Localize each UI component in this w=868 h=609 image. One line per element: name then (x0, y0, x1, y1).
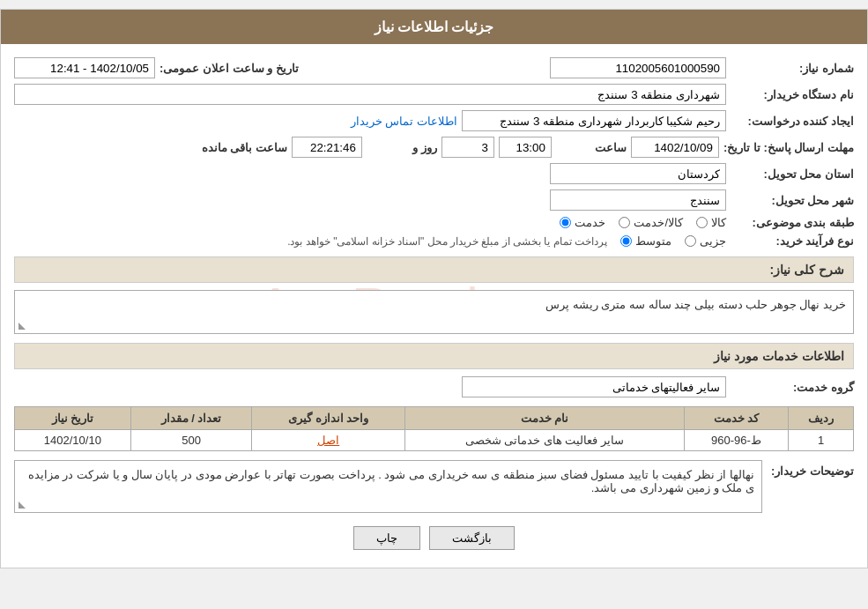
radio-service-input[interactable] (560, 217, 571, 228)
table-header-row: ردیف کد خدمت نام خدمت واحد اندازه گیری ت… (15, 407, 854, 430)
services-table: ردیف کد خدمت نام خدمت واحد اندازه گیری ت… (14, 406, 854, 451)
content-area: AnaRender.net شماره نیاز: تاریخ و ساعت ا… (1, 44, 867, 568)
deadline-days-input[interactable] (441, 137, 494, 158)
row-creator: ایجاد کننده درخواست: اطلاعات تماس خریدار (14, 110, 854, 131)
cell-quantity-0: 500 (130, 430, 252, 451)
row-category: طبقه بندی موضوعی: کالا کالا/خدمت خدمت (14, 216, 854, 229)
radio-goods-label: کالا (711, 216, 726, 229)
need-description-box[interactable]: خرید نهال جوهر حلب دسته بیلی چند ساله سه… (14, 290, 854, 334)
need-description-header: شرح کلی نیاز: (14, 256, 854, 283)
province-input[interactable] (550, 163, 726, 184)
creator-input[interactable] (462, 110, 726, 131)
deadline-days-label: روز و (367, 141, 437, 154)
buyer-org-input[interactable] (14, 84, 726, 105)
announcement-date-label: تاریخ و ساعت اعلان عمومی: (160, 62, 299, 75)
buyer-org-label: نام دستگاه خریدار: (731, 88, 854, 101)
deadline-remaining-input[interactable] (292, 137, 362, 158)
cell-name-0: سایر فعالیت های خدماتی شخصی (405, 430, 685, 451)
row-need-number: شماره نیاز: تاریخ و ساعت اعلان عمومی: (14, 57, 854, 78)
buyer-notes-text: نهالها از نظر کیفیت با تایید مسئول فضای … (28, 468, 754, 494)
radio-service[interactable]: خدمت (560, 216, 605, 229)
deadline-label: مهلت ارسال پاسخ: تا تاریخ: (723, 141, 854, 154)
radio-partial-input[interactable] (685, 235, 696, 247)
col-name-header: نام خدمت (405, 407, 685, 430)
radio-medium-input[interactable] (620, 235, 632, 247)
buyer-notes-label: توضیحات خریدار: (771, 460, 854, 478)
cell-row-0: 1 (789, 430, 854, 451)
contact-link[interactable]: اطلاعات تماس خریدار (351, 115, 457, 128)
row-province: استان محل تحویل: (14, 163, 854, 184)
services-table-section: ردیف کد خدمت نام خدمت واحد اندازه گیری ت… (14, 406, 854, 451)
page-header: جزئیات اطلاعات نیاز (1, 10, 867, 44)
deadline-time-input[interactable] (499, 137, 552, 158)
col-quantity-header: تعداد / مقدار (130, 407, 252, 430)
radio-goods[interactable]: کالا (696, 216, 726, 229)
cell-code-0: ط-96-960 (684, 430, 788, 451)
row-need-description: خرید نهال جوهر حلب دسته بیلی چند ساله سه… (14, 290, 854, 334)
purchase-type-label: نوع فرآیند خرید: (731, 234, 854, 248)
row-deadline: مهلت ارسال پاسخ: تا تاریخ: ساعت روز و سا… (14, 137, 854, 158)
print-button[interactable]: چاپ (353, 526, 420, 550)
need-description-text: خرید نهال جوهر حلب دسته بیلی چند ساله سه… (545, 298, 846, 311)
col-date-header: تاریخ نیاز (15, 407, 131, 430)
radio-goods-input[interactable] (696, 217, 708, 228)
purchase-type-radio-group: جزیی متوسط (620, 234, 726, 248)
row-buyer-org: نام دستگاه خریدار: (14, 84, 854, 105)
col-row-header: ردیف (789, 407, 854, 430)
radio-medium[interactable]: متوسط (620, 234, 671, 248)
row-service-group: گروه خدمت: (14, 376, 854, 397)
category-radio-group: کالا کالا/خدمت خدمت (560, 216, 726, 229)
cell-date-0: 1402/10/10 (15, 430, 131, 451)
col-code-header: کد خدمت (684, 407, 788, 430)
creator-label: ایجاد کننده درخواست: (731, 115, 854, 128)
need-description-label: شرح کلی نیاز: (770, 263, 844, 277)
need-number-label: شماره نیاز: (731, 62, 854, 75)
col-unit-header: واحد اندازه گیری (252, 407, 405, 430)
buttons-row: بازگشت چاپ (14, 526, 854, 550)
row-city: شهر محل تحویل: (14, 189, 854, 211)
need-number-input[interactable] (550, 57, 726, 78)
services-section-header: اطلاعات خدمات مورد نیاز (14, 343, 854, 369)
province-label: استان محل تحویل: (731, 167, 854, 181)
table-row: 1 ط-96-960 سایر فعالیت های خدماتی شخصی ا… (15, 430, 854, 451)
city-input[interactable] (550, 189, 726, 211)
category-label: طبقه بندی موضوعی: (731, 216, 854, 229)
row-purchase-type: نوع فرآیند خرید: جزیی متوسط پرداخت تمام … (14, 234, 854, 248)
page-title: جزئیات اطلاعات نیاز (375, 19, 494, 34)
radio-medium-label: متوسط (635, 234, 671, 248)
buyer-notes-section: توضیحات خریدار: نهالها از نظر کیفیت با ت… (14, 460, 854, 513)
deadline-date-input[interactable] (631, 137, 719, 158)
cell-unit-0: اصل (252, 430, 405, 451)
deadline-time-label: ساعت (556, 141, 627, 154)
radio-goods-services-input[interactable] (619, 217, 630, 228)
service-group-input[interactable] (462, 376, 726, 397)
announcement-date-input[interactable] (14, 57, 155, 78)
purchase-note: پرداخت تمام یا بخشی از مبلغ خریدار محل "… (287, 235, 607, 248)
radio-service-label: خدمت (575, 216, 605, 229)
radio-goods-services[interactable]: کالا/خدمت (619, 216, 683, 229)
back-button[interactable]: بازگشت (429, 526, 515, 550)
city-label: شهر محل تحویل: (731, 194, 854, 207)
service-group-label: گروه خدمت: (731, 381, 854, 394)
services-section-label: اطلاعات خدمات مورد نیاز (714, 349, 844, 363)
radio-goods-services-label: کالا/خدمت (634, 216, 683, 229)
radio-partial-label: جزیی (700, 234, 726, 248)
buyer-notes-box[interactable]: نهالها از نظر کیفیت با تایید مسئول فضای … (14, 460, 762, 513)
radio-partial[interactable]: جزیی (685, 234, 726, 248)
deadline-remaining-label: ساعت باقی مانده (202, 141, 287, 154)
page-container: جزئیات اطلاعات نیاز AnaRender.net شماره … (0, 9, 868, 568)
